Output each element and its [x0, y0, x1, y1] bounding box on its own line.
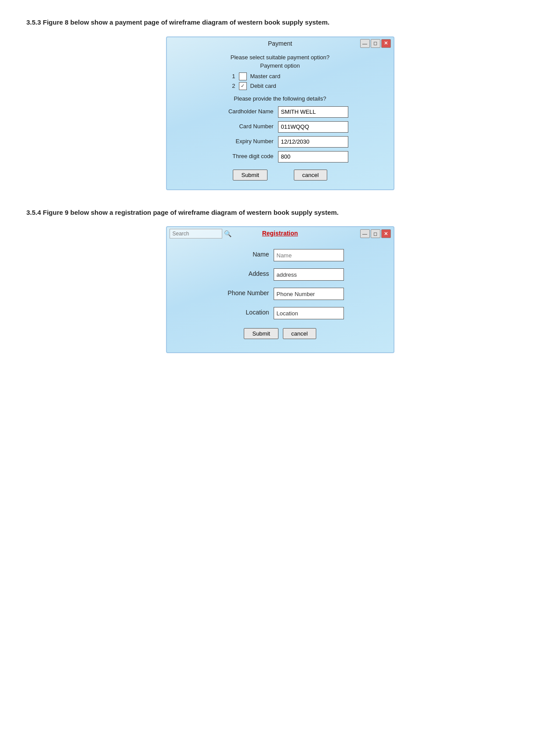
payment-cancel-button[interactable]: cancel: [294, 170, 327, 181]
section1-heading: 3.5.3 Figure 8 below show a payment page…: [26, 18, 534, 28]
option-2-num: 2: [228, 83, 235, 89]
payment-option-title: Payment option: [176, 62, 385, 69]
payment-subtitle: Please select suitable payment option?: [176, 54, 385, 61]
option-1-num: 1: [228, 73, 235, 79]
option-2-checkbox[interactable]: [239, 82, 247, 90]
three-digit-code-input[interactable]: [278, 151, 348, 163]
location-input[interactable]: [274, 307, 344, 319]
payment-window-title: Payment: [167, 40, 394, 47]
name-label: Name: [217, 249, 269, 261]
registration-titlebar: 🔍 Registration — ◻ ✕: [167, 227, 394, 240]
address-label: Addess: [217, 268, 269, 281]
name-input[interactable]: [274, 249, 344, 261]
reg-restore-button[interactable]: ◻: [371, 229, 380, 238]
minimize-button[interactable]: —: [360, 39, 370, 48]
phone-number-label: Phone Number: [217, 288, 269, 300]
payment-titlebar: Payment — ◻ ✕: [167, 37, 394, 50]
payment-options: 1 Master card 2 Debit card: [228, 72, 385, 90]
option-2-label: Debit card: [250, 83, 276, 89]
card-number-label: Card Number: [212, 121, 274, 133]
option-1-checkbox[interactable]: [239, 72, 247, 80]
payment-window: Payment — ◻ ✕ Please select suitable pay…: [166, 36, 394, 190]
search-input[interactable]: [170, 229, 222, 238]
payment-option-1[interactable]: 1 Master card: [228, 72, 385, 80]
registration-window: 🔍 Registration — ◻ ✕ Name Addess Phone N…: [166, 226, 394, 353]
registration-form-actions: Submit cancel: [176, 328, 385, 339]
registration-window-body: Name Addess Phone Number Location Submit…: [167, 240, 394, 352]
location-label: Location: [217, 307, 269, 319]
restore-button[interactable]: ◻: [371, 39, 380, 48]
three-digit-code-label: Three digit code: [212, 151, 274, 163]
phone-number-input[interactable]: [274, 288, 344, 300]
registration-window-controls: — ◻ ✕: [360, 229, 391, 238]
payment-window-controls: — ◻ ✕: [360, 39, 391, 48]
payment-submit-button[interactable]: Submit: [233, 170, 267, 181]
option-1-label: Master card: [250, 73, 281, 79]
payment-form-grid: Cardholder Name Card Number Expiry Numbe…: [212, 106, 348, 163]
card-number-input[interactable]: [278, 121, 348, 133]
reg-minimize-button[interactable]: —: [360, 229, 370, 238]
registration-cancel-button[interactable]: cancel: [283, 328, 316, 339]
payment-form-actions: Submit cancel: [176, 170, 385, 181]
registration-submit-button[interactable]: Submit: [244, 328, 278, 339]
cardholder-name-input[interactable]: [278, 106, 348, 118]
registration-form-grid: Name Addess Phone Number Location: [217, 249, 344, 319]
search-icon: 🔍: [224, 230, 231, 237]
reg-close-button[interactable]: ✕: [381, 229, 391, 238]
expiry-number-label: Expiry Number: [212, 136, 274, 148]
payment-window-body: Please select suitable payment option? P…: [167, 50, 394, 189]
address-input[interactable]: [274, 268, 344, 281]
section2-heading: 3.5.4 Figure 9 below show a registration…: [26, 208, 534, 218]
cardholder-name-label: Cardholder Name: [212, 106, 274, 118]
close-button[interactable]: ✕: [381, 39, 391, 48]
payment-details-prompt: Please provide the following details?: [176, 95, 385, 102]
expiry-number-input[interactable]: [278, 136, 348, 148]
payment-option-2[interactable]: 2 Debit card: [228, 82, 385, 90]
